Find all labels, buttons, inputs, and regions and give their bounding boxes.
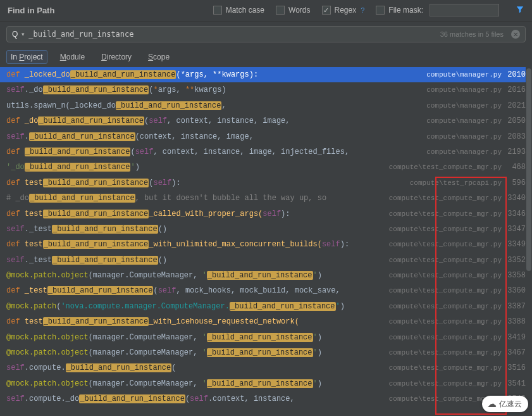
- search-input[interactable]: _build_and_run_instance: [28, 30, 436, 39]
- result-code: def test_build_and_run_instance_with_unl…: [6, 237, 389, 252]
- result-row[interactable]: @mock.patch.object(manager.ComputeManage…: [0, 268, 532, 283]
- result-line-number: 2050: [505, 113, 526, 129]
- file-mask-input[interactable]: [430, 4, 499, 16]
- result-file-path: compute\test_rpcapi.py: [410, 175, 502, 191]
- cloud-icon: ☁: [487, 398, 497, 410]
- result-file-path: compute\manager.py: [426, 67, 502, 82]
- result-row[interactable]: self._build_and_run_instance(context, in…: [0, 129, 532, 144]
- match-count-label: 36 matches in 5 files: [440, 30, 504, 38]
- result-line-number: 3347: [505, 222, 526, 237]
- result-line-number: 2010: [505, 67, 526, 82]
- checkbox-unchecked-icon[interactable]: [376, 6, 385, 15]
- result-file-path: compute\test_compute_mgr.py: [389, 191, 502, 206]
- scope-tab-scope[interactable]: Scope: [144, 51, 173, 63]
- result-code: @mock.patch('nova.compute.manager.Comput…: [6, 299, 389, 314]
- result-code: def _build_and_run_instance(self, contex…: [6, 144, 426, 160]
- result-file-path: compute\test_compute_mgr.py: [389, 330, 502, 345]
- result-code: @mock.patch.object(manager.ComputeManage…: [6, 345, 389, 360]
- result-row[interactable]: @mock.patch.object(manager.ComputeManage…: [0, 345, 532, 360]
- result-code: @mock.patch.object(manager.ComputeManage…: [6, 268, 389, 283]
- result-row[interactable]: @mock.patch('nova.compute.manager.Comput…: [0, 299, 532, 314]
- result-file-path: compute\test_compute_mgr.py: [389, 222, 502, 237]
- result-code: self._test_build_and_run_instance(): [6, 222, 389, 237]
- result-row[interactable]: def _test_build_and_run_instance(self, m…: [0, 283, 532, 298]
- scrollbar-track[interactable]: [526, 67, 532, 416]
- result-line-number: 468: [505, 160, 526, 175]
- filter-icon[interactable]: [516, 5, 524, 16]
- result-line-number: 3352: [505, 253, 526, 268]
- result-row[interactable]: self._do_build_and_run_instance(*args, *…: [0, 82, 532, 98]
- watermark-label: 亿速云: [499, 399, 522, 410]
- result-row[interactable]: self.compute._do_build_and_run_instance(…: [0, 391, 532, 407]
- scrollbar-thumb[interactable]: [526, 68, 531, 271]
- regex-label: Regex: [335, 6, 357, 15]
- result-file-path: compute\test_compute_mgr.py: [389, 360, 502, 375]
- result-row[interactable]: def test_build_and_run_instance(self):co…: [0, 175, 532, 191]
- result-code: def _test_build_and_run_instance(self, m…: [6, 283, 389, 298]
- regex-help-icon[interactable]: ?: [361, 6, 364, 14]
- result-row[interactable]: def test_build_and_run_instance_called_w…: [0, 206, 532, 222]
- result-row[interactable]: @mock.patch.object(manager.ComputeManage…: [0, 376, 532, 391]
- result-line-number: 3387: [505, 299, 526, 314]
- result-line-number: 3419: [505, 330, 526, 345]
- scope-tab-in-project[interactable]: In Project: [6, 50, 47, 64]
- result-code: # _do_build_and_run_instance, but it doe…: [6, 191, 389, 206]
- result-row[interactable]: self.compute._build_and_run_instance(com…: [0, 360, 532, 375]
- file-mask-option[interactable]: File mask:: [376, 4, 499, 16]
- scope-tabs: In ProjectModuleDirectoryScope: [0, 47, 532, 68]
- result-file-path: compute\test_compute_mgr.py: [389, 160, 502, 175]
- result-file-path: compute\test_compute_mgr.py: [389, 314, 502, 329]
- result-code: self.compute._build_and_run_instance(: [6, 360, 389, 375]
- search-icon[interactable]: Q: [12, 30, 18, 39]
- result-line-number: 3516: [505, 360, 526, 375]
- match-case-option[interactable]: Match case: [213, 6, 264, 15]
- result-row[interactable]: def _locked_do_build_and_run_instance(*a…: [0, 67, 532, 82]
- result-code: utils.spawn_n(_locked_do_build_and_run_i…: [6, 98, 426, 113]
- checkbox-checked-icon[interactable]: [322, 6, 331, 15]
- result-file-path: compute\manager.py: [426, 129, 502, 144]
- result-line-number: 2083: [505, 129, 526, 144]
- result-code: @mock.patch.object(manager.ComputeManage…: [6, 376, 389, 391]
- clear-search-icon[interactable]: ✕: [511, 30, 520, 39]
- chevron-down-icon[interactable]: ▾: [22, 31, 25, 37]
- result-code: def _do_build_and_run_instance(self, con…: [6, 113, 426, 129]
- titlebar: Find in Path Match case Words Regex ? Fi…: [0, 0, 532, 22]
- result-row[interactable]: def _do_build_and_run_instance(self, con…: [0, 113, 532, 129]
- result-line-number: 3349: [505, 237, 526, 252]
- scope-tab-module[interactable]: Module: [56, 51, 89, 63]
- result-code: self.compute._do_build_and_run_instance(…: [6, 391, 389, 407]
- match-case-label: Match case: [226, 6, 264, 15]
- result-file-path: compute\test_compute_mgr.py: [389, 345, 502, 360]
- result-code: def test_build_and_run_instance_with_ice…: [6, 314, 389, 329]
- result-file-path: compute\test_compute_mgr.py: [389, 268, 502, 283]
- result-line-number: 3388: [505, 314, 526, 329]
- result-file-path: compute\test_compute_mgr.py: [389, 299, 502, 314]
- result-file-path: compute\test_compute_mgr.py: [389, 376, 502, 391]
- result-row[interactable]: def _build_and_run_instance(self, contex…: [0, 144, 532, 160]
- result-file-path: compute\test_compute_mgr.py: [389, 206, 502, 222]
- result-file-path: compute\manager.py: [426, 113, 502, 129]
- scope-tab-directory[interactable]: Directory: [97, 51, 135, 63]
- result-file-path: compute\test_compute_mgr.py: [389, 283, 502, 298]
- regex-option[interactable]: Regex ?: [322, 6, 365, 15]
- result-line-number: 2021: [505, 98, 526, 113]
- result-code: self._test_build_and_run_instance(): [6, 253, 389, 268]
- checkbox-unchecked-icon[interactable]: [276, 6, 285, 15]
- result-code: @mock.patch.object(manager.ComputeManage…: [6, 330, 389, 345]
- results-list[interactable]: def _locked_do_build_and_run_instance(*a…: [0, 67, 532, 416]
- words-option[interactable]: Words: [276, 6, 310, 15]
- result-row[interactable]: # _do_build_and_run_instance, but it doe…: [0, 191, 532, 206]
- result-row[interactable]: '_do_build_and_run_instance')compute\tes…: [0, 160, 532, 175]
- file-mask-label: File mask:: [388, 6, 423, 15]
- result-row[interactable]: def test_build_and_run_instance_with_unl…: [0, 237, 532, 252]
- result-row[interactable]: self._test_build_and_run_instance()compu…: [0, 253, 532, 268]
- result-line-number: 3346: [505, 206, 526, 222]
- result-row[interactable]: self._test_build_and_run_instance()compu…: [0, 222, 532, 237]
- search-bar[interactable]: Q ▾ _build_and_run_instance 36 matches i…: [6, 26, 526, 42]
- result-file-path: compute\manager.py: [426, 98, 502, 113]
- result-row[interactable]: utils.spawn_n(_locked_do_build_and_run_i…: [0, 98, 532, 113]
- result-row[interactable]: @mock.patch.object(manager.ComputeManage…: [0, 330, 532, 345]
- result-row[interactable]: def test_build_and_run_instance_with_ice…: [0, 314, 532, 329]
- checkbox-unchecked-icon[interactable]: [213, 6, 222, 15]
- result-line-number: 3358: [505, 268, 526, 283]
